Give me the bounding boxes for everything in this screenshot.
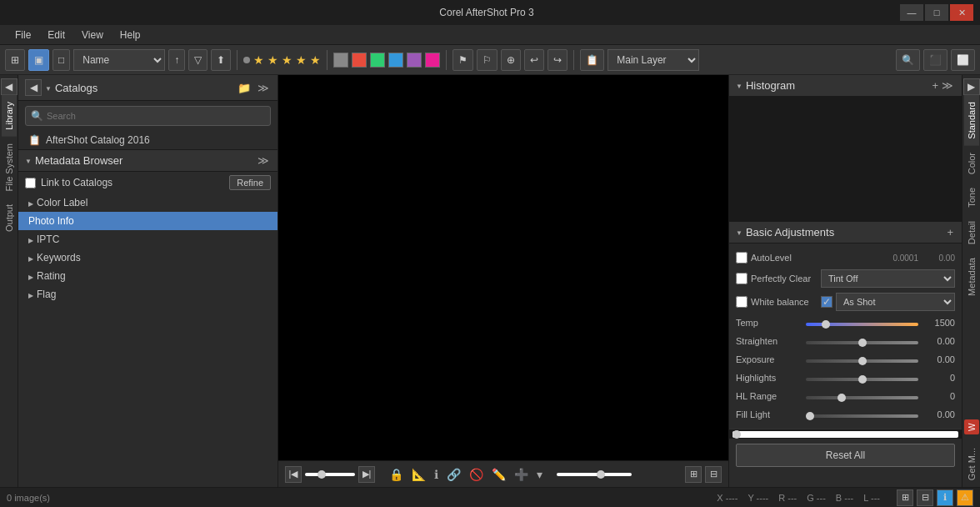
menu-file[interactable]: File	[7, 28, 39, 43]
second-screen-button[interactable]: ⬜	[951, 49, 975, 71]
temp-slider[interactable]	[806, 323, 918, 326]
color-swatch-blue[interactable]	[388, 53, 403, 68]
white-balance-checkbox[interactable]	[736, 296, 748, 308]
refine-button[interactable]: Refine	[229, 175, 271, 190]
white-balance-button[interactable]: □	[52, 49, 70, 71]
right-tab-standard[interactable]: Standard	[964, 95, 979, 146]
right-tab-watermark[interactable]: W	[962, 413, 981, 441]
right-tab-detail[interactable]: Detail	[964, 214, 979, 251]
sidebar-tab-filesystem[interactable]: File System	[2, 137, 17, 198]
catalogs-header[interactable]: ◀ Catalogs 📁 ≫	[18, 75, 278, 101]
white-balance-dropdown[interactable]: As Shot Auto Daylight	[836, 293, 955, 311]
single-view-button[interactable]: ▣	[28, 49, 49, 71]
histogram-header[interactable]: Histogram + ≫	[729, 75, 962, 97]
right-tab-metadata[interactable]: Metadata	[964, 251, 979, 303]
search-button[interactable]: 🔍	[896, 49, 920, 71]
histogram-options-button[interactable]: ≫	[940, 79, 955, 92]
search-box[interactable]: 🔍	[25, 106, 271, 126]
reset-all-button[interactable]: Reset All	[736, 444, 955, 467]
layer-select[interactable]: Main Layer	[608, 49, 699, 71]
histogram-expand-button[interactable]: +	[930, 79, 940, 92]
metadata-header[interactable]: Metadata Browser ≫	[18, 150, 278, 172]
right-tab-get-more[interactable]: Get M...	[964, 441, 979, 487]
info-icon[interactable]: ℹ	[432, 468, 441, 481]
right-tab-color[interactable]: Color	[964, 146, 979, 181]
link-icon[interactable]: 🔗	[444, 468, 463, 481]
reject-button[interactable]: ⚐	[477, 49, 498, 71]
catalog-item[interactable]: 📋 AfterShot Catalog 2016	[18, 131, 278, 149]
basic-adjustments-header[interactable]: Basic Adjustments +	[729, 222, 962, 243]
highlights-slider[interactable]	[806, 378, 918, 381]
fullscreen-button[interactable]: ⬛	[923, 49, 948, 71]
link-catalogs-checkbox[interactable]	[25, 178, 36, 188]
search-input[interactable]	[47, 111, 265, 121]
color-swatch-green[interactable]	[370, 53, 385, 68]
panel-nav-right[interactable]: ▶	[963, 78, 980, 95]
add-icon[interactable]: ➕	[512, 468, 531, 481]
fill-light-slider[interactable]	[806, 414, 918, 418]
sidebar-tab-library[interactable]: Library	[2, 95, 17, 137]
filter-button[interactable]: ▽	[188, 49, 208, 71]
hl-range-slider[interactable]	[806, 396, 918, 399]
crop-icon[interactable]: 🔒	[387, 468, 406, 481]
maximize-button[interactable]: □	[925, 4, 948, 21]
star-5[interactable]: ★	[310, 53, 321, 67]
catalogs-options-button[interactable]: ≫	[256, 82, 271, 94]
copy-settings-button[interactable]: 📋	[580, 49, 604, 71]
panel-nav-left[interactable]: ◀	[1, 78, 18, 95]
filmstrip-zoom-slider[interactable]	[557, 473, 632, 476]
adjustments-expand-button[interactable]: +	[945, 226, 955, 238]
tag-button[interactable]: ⊕	[501, 49, 521, 71]
single-view-icon[interactable]: ⊟	[705, 466, 722, 483]
metadata-flag[interactable]: Flag	[18, 285, 278, 304]
zoom-slider[interactable]	[305, 473, 355, 476]
catalogs-add-button[interactable]: 📁	[236, 82, 252, 94]
metadata-photo-info[interactable]: Photo Info	[18, 212, 278, 230]
minimize-button[interactable]: —	[900, 4, 923, 21]
titlebar-controls[interactable]: — □ ✕	[900, 4, 973, 21]
autolevel-checkbox[interactable]	[736, 252, 748, 264]
undo-button[interactable]: ↩	[524, 49, 544, 71]
perfectly-clear-dropdown[interactable]: Tint Off Tint On	[821, 269, 955, 288]
menu-edit[interactable]: Edit	[39, 28, 73, 43]
straighten-slider[interactable]	[806, 341, 918, 344]
star-3[interactable]: ★	[282, 53, 292, 67]
status-warn-button[interactable]: ⚠	[957, 489, 973, 506]
dropdown-icon[interactable]: ▾	[534, 468, 545, 481]
right-tab-tone[interactable]: Tone	[964, 181, 979, 214]
flag-button[interactable]: ⚑	[452, 49, 473, 71]
remove-icon[interactable]: 🚫	[467, 468, 486, 481]
status-blue-button[interactable]: ℹ	[937, 489, 953, 506]
menu-help[interactable]: Help	[112, 28, 149, 43]
zoom-first-button[interactable]: |◀	[285, 466, 302, 483]
metadata-rating[interactable]: Rating	[18, 267, 278, 285]
star-2[interactable]: ★	[268, 53, 278, 67]
zoom-last-button[interactable]: ▶|	[358, 466, 375, 483]
sidebar-tab-output[interactable]: Output	[2, 198, 17, 238]
star-1[interactable]: ★	[253, 53, 264, 67]
color-swatch-red[interactable]	[352, 53, 367, 68]
grid-view-icon[interactable]: ⊞	[685, 466, 702, 483]
close-button[interactable]: ✕	[950, 4, 973, 21]
redo-button[interactable]: ↪	[548, 49, 568, 71]
watermark-icon[interactable]: W	[964, 419, 979, 434]
white-balance-mini-check[interactable]: ✓	[821, 296, 832, 308]
perfectly-clear-checkbox[interactable]	[736, 273, 748, 284]
grid-view-button[interactable]: ⊞	[5, 49, 25, 71]
menu-view[interactable]: View	[73, 28, 112, 43]
color-swatch-pink[interactable]	[425, 53, 440, 68]
sort-select[interactable]: Name	[73, 49, 165, 71]
export-button[interactable]: ⬆	[211, 49, 231, 71]
sort-asc-button[interactable]: ↑	[168, 49, 185, 71]
exposure-slider[interactable]	[806, 359, 918, 363]
draw-icon[interactable]: ✏️	[489, 468, 508, 481]
star-4[interactable]: ★	[296, 53, 307, 67]
color-swatch-purple[interactable]	[407, 53, 422, 68]
color-swatch-gray[interactable]	[333, 53, 348, 68]
panel-hscroll[interactable]	[732, 431, 958, 438]
metadata-keywords[interactable]: Keywords	[18, 248, 278, 267]
status-grid-button[interactable]: ⊞	[897, 489, 913, 506]
metadata-iptc[interactable]: IPTC	[18, 230, 278, 248]
panel-nav-arrow[interactable]: ◀	[25, 79, 42, 96]
metadata-color-label[interactable]: Color Label	[18, 193, 278, 212]
